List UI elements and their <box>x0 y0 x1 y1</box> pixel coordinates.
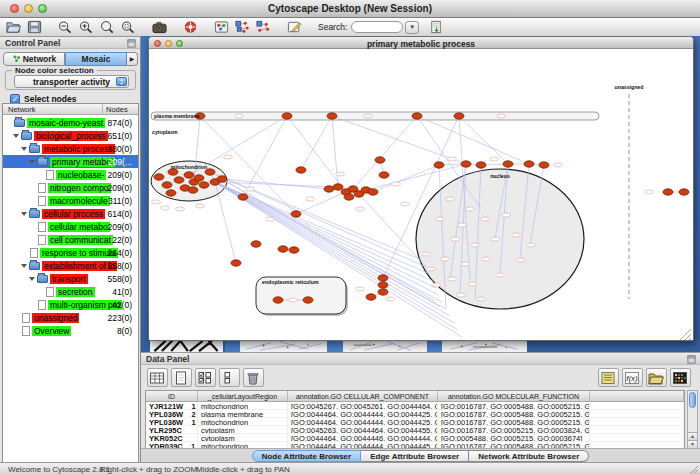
tab-network[interactable]: Network <box>3 52 65 66</box>
tree-row[interactable]: Overview8(0) <box>3 324 138 337</box>
table-row[interactable]: YKR052Ccytoplasm[GO:0044464, GO:0044446,… <box>146 434 684 442</box>
tree-row[interactable]: establishment of lo558(0) <box>3 259 138 272</box>
network-node[interactable] <box>327 113 337 119</box>
heatmap-button[interactable] <box>670 368 691 387</box>
search-input[interactable] <box>351 21 403 33</box>
table-row[interactable]: YPL036W__2plasma membrane[GO:0044464, GO… <box>146 410 684 418</box>
network-node[interactable] <box>375 157 385 163</box>
disclosure-triangle-icon[interactable] <box>21 212 27 216</box>
select-columns-button[interactable] <box>195 368 216 387</box>
table-row[interactable]: YPL036W__1mitochondrion[GO:0044464, GO:0… <box>146 418 684 426</box>
disclosure-triangle-icon[interactable] <box>21 264 27 268</box>
table-vertical-scrollbar[interactable]: ▲ ▼ <box>687 390 698 449</box>
network-node[interactable] <box>238 194 248 200</box>
scroll-down-button[interactable]: ▼ <box>688 440 697 448</box>
network-canvas[interactable]: plasma membranecytoplasmmitochondrionnuc… <box>150 49 693 340</box>
tree-row[interactable]: primary metabol209(... <box>3 155 138 168</box>
search-dropdown-button[interactable]: ▼ <box>405 21 419 34</box>
function-builder-button[interactable]: f(x) <box>622 368 643 387</box>
unselect-columns-button[interactable] <box>219 368 240 387</box>
layout-a-button[interactable] <box>234 19 253 36</box>
tree-row[interactable]: cellular process614(0) <box>3 207 138 220</box>
tab-network-attribute-browser[interactable]: Network Attribute Browser <box>469 450 589 462</box>
network-node[interactable] <box>188 187 198 193</box>
zoom-in-button[interactable] <box>78 19 97 36</box>
tab-overflow-arrow[interactable]: ▶ <box>127 52 138 66</box>
region-nucleus[interactable] <box>416 169 584 309</box>
open-session-button[interactable] <box>5 19 24 36</box>
disclosure-triangle-icon[interactable] <box>13 134 19 138</box>
tree-row[interactable]: mosaic-demo-yeast874(0) <box>3 116 138 129</box>
help-button[interactable] <box>182 19 201 36</box>
network-node[interactable] <box>368 189 378 195</box>
network-node[interactable] <box>303 297 313 303</box>
network-window-titlebar[interactable]: primary metabolic process <box>149 37 693 49</box>
network-node[interactable] <box>289 247 299 253</box>
tree-row[interactable]: cellular metabo209(0) <box>3 220 138 233</box>
network-node[interactable] <box>217 176 227 182</box>
tab-node-attribute-browser[interactable]: Node Attribute Browser <box>252 450 362 462</box>
network-node[interactable] <box>679 189 689 195</box>
network-node[interactable] <box>184 172 194 178</box>
network-node[interactable] <box>278 246 288 252</box>
scroll-up-button[interactable]: ▲ <box>688 432 697 440</box>
float-panel-icon[interactable] <box>687 355 696 364</box>
table-column-header[interactable]: annotation.GO MOLECULAR_FUNCTION <box>438 391 590 401</box>
network-node[interactable] <box>378 275 388 281</box>
tree-row[interactable]: biological_process651(0) <box>3 129 138 142</box>
network-node[interactable] <box>539 162 549 168</box>
snapshot-camera-button[interactable] <box>151 19 170 36</box>
tree-row[interactable]: response to stimulu264(0) <box>3 246 138 259</box>
network-node[interactable] <box>162 182 172 188</box>
node-color-dropdown[interactable]: transporter activity ▲▼ <box>14 75 129 88</box>
network-node[interactable] <box>461 161 471 167</box>
table-column-header[interactable]: ID <box>146 391 198 401</box>
network-node[interactable] <box>476 162 486 168</box>
tab-mosaic[interactable]: Mosaic <box>65 52 127 66</box>
network-node[interactable] <box>324 186 334 192</box>
network-node[interactable] <box>344 194 354 200</box>
open-folder-button[interactable] <box>646 368 667 387</box>
network-node[interactable] <box>166 190 176 196</box>
zoom-fit-button[interactable] <box>99 19 118 36</box>
network-node[interactable] <box>291 211 301 217</box>
network-node[interactable] <box>663 189 673 195</box>
tree-row[interactable]: cell communicat22(0) <box>3 233 138 246</box>
layout-b-button[interactable] <box>255 19 274 36</box>
network-node[interactable] <box>333 184 343 190</box>
network-node[interactable] <box>273 297 283 303</box>
region-plasma-membrane[interactable] <box>151 112 599 120</box>
network-node[interactable] <box>251 241 261 247</box>
canvas-resize-grip[interactable] <box>680 329 691 340</box>
network-node[interactable] <box>412 113 422 119</box>
table-column-header[interactable]: annotation.GO CELLULAR_COMPONENT <box>288 391 438 401</box>
network-node[interactable] <box>154 174 164 180</box>
table-row[interactable]: YJR121W__1mitochondrion[GO:0045267, GO:0… <box>146 402 684 410</box>
scrollbar-thumb[interactable] <box>689 392 696 408</box>
zoom-selected-button[interactable] <box>120 19 139 36</box>
tree-row[interactable]: nucleobase-209(0) <box>3 168 138 181</box>
network-node[interactable] <box>434 162 444 168</box>
network-node[interactable] <box>296 167 306 173</box>
tree-row[interactable]: secretion41(0) <box>3 285 138 298</box>
save-session-button[interactable] <box>26 19 45 36</box>
tree-row[interactable]: multi-organism pro42(0) <box>3 298 138 311</box>
window-titlebar[interactable]: Cytoscape Desktop (New Session) <box>0 0 700 18</box>
tree-row[interactable]: transport558(0) <box>3 272 138 285</box>
table-row[interactable]: YLR295Ccytoplasm[GO:0045263, GO:0044464,… <box>146 426 684 434</box>
network-node[interactable] <box>282 113 292 119</box>
network-node[interactable] <box>231 260 241 266</box>
network-node[interactable] <box>503 161 513 167</box>
disclosure-triangle-icon[interactable] <box>29 277 35 281</box>
network-node[interactable] <box>366 294 376 300</box>
tree-row[interactable]: nitrogen compo209(0) <box>3 181 138 194</box>
vizmapper-button[interactable] <box>213 19 232 36</box>
network-node[interactable] <box>194 175 204 181</box>
network-node[interactable] <box>454 113 464 119</box>
tab-edge-attribute-browser[interactable]: Edge Attribute Browser <box>361 450 469 462</box>
delete-attribute-button[interactable] <box>243 368 264 387</box>
zoom-out-button[interactable] <box>57 19 76 36</box>
annotation-button[interactable] <box>286 19 305 36</box>
attribute-list-button[interactable] <box>598 368 619 387</box>
network-node[interactable] <box>524 161 534 167</box>
